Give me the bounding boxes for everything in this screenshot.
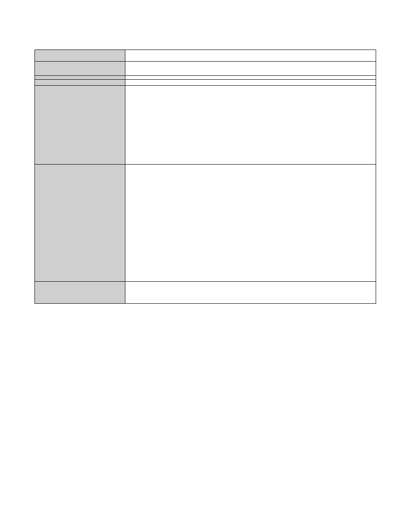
table-row <box>35 50 376 62</box>
table-row <box>35 282 376 304</box>
row-label <box>35 282 125 304</box>
row-value <box>125 62 376 76</box>
row-label <box>35 86 125 165</box>
row-value <box>125 50 376 62</box>
table-row <box>35 86 376 165</box>
row-label <box>35 50 125 62</box>
table-row <box>35 76 376 80</box>
row-value <box>125 165 376 282</box>
row-label <box>35 76 125 80</box>
row-value <box>125 80 376 86</box>
row-value <box>125 282 376 304</box>
row-value <box>125 76 376 80</box>
form-table <box>34 50 376 304</box>
document-page <box>0 0 411 532</box>
row-value <box>125 86 376 165</box>
row-label <box>35 62 125 76</box>
row-label <box>35 165 125 282</box>
row-label <box>35 80 125 86</box>
table-row <box>35 165 376 282</box>
table-row <box>35 62 376 76</box>
table-row <box>35 80 376 86</box>
